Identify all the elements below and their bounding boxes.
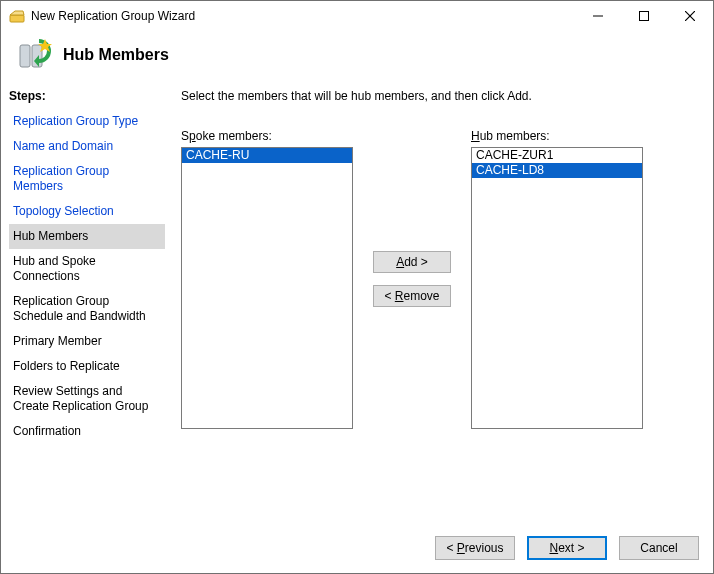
header: Hub Members [1,31,713,83]
next-button[interactable]: Next > [527,536,607,560]
content-area: Select the members that will be hub memb… [169,83,713,523]
spoke-members-listbox[interactable]: CACHE-RU [181,147,353,429]
spoke-column: Spoke members: CACHE-RU [181,129,353,429]
window-title: New Replication Group Wizard [31,9,575,23]
svg-rect-5 [20,45,30,67]
hub-members-label: Hub members: [471,129,643,143]
hub-members-listbox[interactable]: CACHE-ZUR1CACHE-LD8 [471,147,643,429]
step-item: Folders to Replicate [9,354,165,379]
cancel-button[interactable]: Cancel [619,536,699,560]
list-item[interactable]: CACHE-LD8 [472,163,642,178]
list-item[interactable]: CACHE-RU [182,148,352,163]
wizard-icon [17,37,53,73]
svg-rect-2 [640,12,649,21]
transfer-buttons: Add > < Remove [353,129,471,429]
steps-sidebar: Steps: Replication Group TypeName and Do… [1,83,169,523]
list-item[interactable]: CACHE-ZUR1 [472,148,642,163]
step-item: Review Settings and Create Replication G… [9,379,165,419]
step-item[interactable]: Replication Group Members [9,159,165,199]
remove-button[interactable]: < Remove [373,285,451,307]
step-item: Primary Member [9,329,165,354]
footer: < Previous Next > Cancel [1,523,713,573]
spoke-members-label: Spoke members: [181,129,353,143]
step-item[interactable]: Replication Group Type [9,109,165,134]
close-button[interactable] [667,1,713,31]
step-item: Hub and Spoke Connections [9,249,165,289]
wizard-window: New Replication Group Wizard Hub Members [0,0,714,574]
body: Steps: Replication Group TypeName and Do… [1,83,713,523]
maximize-button[interactable] [621,1,667,31]
instruction-text: Select the members that will be hub memb… [181,89,697,103]
titlebar: New Replication Group Wizard [1,1,713,31]
hub-column: Hub members: CACHE-ZUR1CACHE-LD8 [471,129,643,429]
step-item[interactable]: Name and Domain [9,134,165,159]
window-controls [575,1,713,31]
step-item: Confirmation [9,419,165,444]
svg-rect-0 [10,15,24,22]
step-item: Hub Members [9,224,165,249]
members-columns: Spoke members: CACHE-RU Add > < Remove H… [181,129,697,429]
step-item: Replication Group Schedule and Bandwidth [9,289,165,329]
steps-title: Steps: [9,89,165,103]
page-heading: Hub Members [63,46,169,64]
app-icon [9,8,25,24]
step-item[interactable]: Topology Selection [9,199,165,224]
minimize-button[interactable] [575,1,621,31]
previous-button[interactable]: < Previous [435,536,515,560]
add-button[interactable]: Add > [373,251,451,273]
